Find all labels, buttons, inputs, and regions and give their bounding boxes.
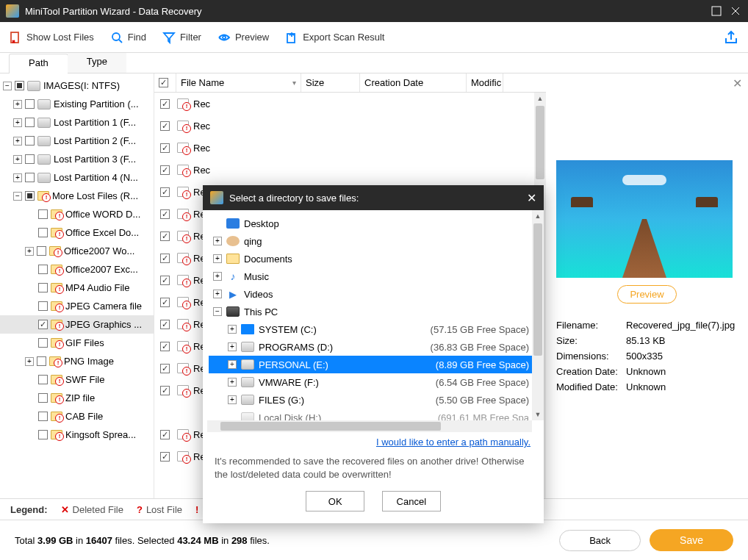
expand-icon[interactable]: +: [228, 360, 237, 369]
dialog-close-button[interactable]: ✕: [527, 191, 536, 205]
checkbox[interactable]: [160, 320, 170, 329]
dialog-ok-button[interactable]: OK: [306, 491, 364, 511]
dir-drive-d[interactable]: +PROGRAMS (D:)(36.83 GB Free Space): [209, 338, 544, 356]
tree-gif[interactable]: GIF Files: [0, 334, 154, 352]
checkbox[interactable]: [160, 165, 170, 175]
tree-excel[interactable]: Office Excel Do...: [0, 223, 154, 242]
scroll-down-icon[interactable]: ▼: [532, 409, 544, 420]
share-button[interactable]: [723, 29, 739, 46]
checkbox[interactable]: [38, 338, 48, 348]
tree-e2007[interactable]: Office2007 Exc...: [0, 260, 154, 279]
expand-icon[interactable]: +: [228, 378, 237, 387]
checkbox[interactable]: [38, 412, 48, 421]
tree-jpegcam[interactable]: JPEG Camera file: [0, 297, 154, 315]
file-row[interactable]: Rec: [154, 93, 546, 115]
dialog-cancel-button[interactable]: Cancel: [382, 491, 441, 511]
dir-drive-c[interactable]: +SYSTEM (C:)(57.15 GB Free Space): [209, 320, 544, 338]
preview-close-button[interactable]: ✕: [733, 76, 742, 90]
expand-icon[interactable]: +: [13, 100, 22, 109]
expand-icon[interactable]: +: [213, 272, 222, 281]
expand-icon[interactable]: +: [228, 325, 237, 334]
checkbox[interactable]: [160, 452, 170, 462]
collapse-icon[interactable]: −: [213, 307, 222, 316]
checkbox[interactable]: [160, 187, 170, 197]
save-button[interactable]: Save: [650, 529, 733, 551]
header-modified[interactable]: Modific: [467, 73, 503, 92]
tree-ks[interactable]: Kingsoft Sprea...: [0, 426, 154, 444]
expand-icon[interactable]: +: [13, 173, 22, 182]
tree-more[interactable]: −More Lost Files (R...: [0, 187, 154, 205]
checkbox[interactable]: [160, 430, 170, 439]
back-button[interactable]: Back: [559, 530, 641, 551]
checkbox[interactable]: [38, 283, 48, 292]
dialog-scrollbar[interactable]: ▲▼: [532, 210, 544, 420]
file-row[interactable]: Rec: [154, 115, 546, 137]
checkbox[interactable]: [25, 136, 35, 146]
checkbox[interactable]: [15, 81, 24, 90]
expand-icon[interactable]: +: [25, 357, 34, 366]
checkbox[interactable]: [37, 246, 46, 256]
checkbox[interactable]: [160, 276, 170, 285]
checkbox[interactable]: [160, 298, 170, 307]
find-button[interactable]: Find: [110, 31, 146, 44]
checkbox[interactable]: [38, 430, 48, 439]
checkbox[interactable]: [160, 99, 170, 109]
tree-word[interactable]: Office WORD D...: [0, 205, 154, 223]
checkbox[interactable]: [38, 393, 48, 403]
checkbox[interactable]: [160, 342, 170, 351]
preview-open-button[interactable]: Preview: [617, 285, 676, 304]
dir-documents[interactable]: +Documents: [209, 250, 544, 268]
dialog-hscrollbar[interactable]: [207, 420, 532, 432]
expand-icon[interactable]: +: [213, 254, 222, 263]
expand-icon[interactable]: +: [13, 137, 22, 146]
collapse-icon[interactable]: −: [13, 192, 22, 201]
header-checkbox-col[interactable]: [154, 73, 176, 92]
scrollbar-thumb[interactable]: [536, 106, 544, 179]
tree-png[interactable]: +PNG Image: [0, 352, 154, 370]
tab-type[interactable]: Type: [68, 53, 126, 73]
close-button[interactable]: [729, 4, 742, 18]
tree-mp4[interactable]: MP4 Audio File: [0, 279, 154, 297]
expand-icon[interactable]: +: [213, 290, 222, 298]
expand-icon[interactable]: +: [13, 118, 22, 127]
tree-existing[interactable]: +Existing Partition (...: [0, 95, 154, 113]
scroll-up-icon[interactable]: ▲: [534, 93, 546, 104]
dir-drive-e[interactable]: +PERSONAL (E:)(8.89 GB Free Space): [209, 356, 544, 373]
tree-lost1[interactable]: +Lost Partition 1 (F...: [0, 113, 154, 132]
checkbox[interactable]: [38, 301, 48, 311]
export-button[interactable]: Export Scan Result: [285, 31, 384, 44]
dir-drive-h[interactable]: Local Disk (H:)(691.61 MB Free Spa: [209, 409, 544, 420]
dir-drive-f[interactable]: +VMWARE (F:)(6.54 GB Free Space): [209, 373, 544, 391]
manual-path-link[interactable]: I would like to enter a path manually.: [376, 437, 531, 448]
expand-icon[interactable]: +: [25, 247, 34, 256]
tree-w2007[interactable]: +Office2007 Wo...: [0, 242, 154, 260]
header-size[interactable]: Size: [301, 73, 360, 92]
checkbox[interactable]: [160, 231, 170, 241]
dir-drive-g[interactable]: +FILES (G:)(5.50 GB Free Space): [209, 391, 544, 409]
collapse-icon[interactable]: −: [3, 82, 12, 90]
dir-videos[interactable]: +▶Videos: [209, 285, 544, 303]
dir-this-pc[interactable]: −This PC: [209, 303, 544, 320]
checkbox[interactable]: [38, 209, 48, 219]
show-lost-files-button[interactable]: Show Lost Files: [9, 31, 94, 44]
header-filename[interactable]: File Name▾: [176, 73, 301, 92]
tree-lost4[interactable]: +Lost Partition 4 (N...: [0, 168, 154, 187]
tree-lost2[interactable]: +Lost Partition 2 (F...: [0, 132, 154, 150]
checkbox[interactable]: [25, 154, 35, 164]
checkbox[interactable]: [25, 173, 35, 182]
scroll-up-icon[interactable]: ▲: [532, 210, 544, 222]
dir-music[interactable]: +♪Music: [209, 268, 544, 285]
maximize-button[interactable]: [710, 4, 723, 18]
tab-path[interactable]: Path: [9, 54, 68, 73]
checkbox[interactable]: [25, 191, 35, 201]
checkbox[interactable]: [38, 265, 48, 274]
dir-desktop[interactable]: Desktop: [209, 215, 544, 232]
checkbox[interactable]: [160, 121, 170, 131]
checkbox[interactable]: [160, 143, 170, 153]
dir-user[interactable]: +qing: [209, 232, 544, 250]
tree-cab[interactable]: CAB File: [0, 407, 154, 426]
checkbox[interactable]: [160, 364, 170, 373]
expand-icon[interactable]: +: [13, 155, 22, 164]
filter-button[interactable]: Filter: [162, 31, 201, 44]
checkbox[interactable]: [25, 118, 35, 127]
